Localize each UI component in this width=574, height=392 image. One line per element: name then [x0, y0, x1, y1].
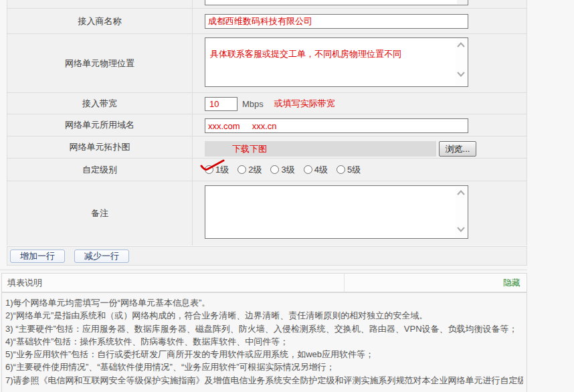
browse-button[interactable]: 浏览... — [439, 141, 476, 157]
hide-notes-link[interactable]: 隐藏 — [503, 277, 520, 289]
level-option-1[interactable]: 1级 — [205, 164, 229, 176]
level-1-label: 1级 — [215, 164, 229, 176]
row-label-cell — [7, 0, 193, 8]
level-4-label: 4级 — [314, 164, 328, 176]
remarks-label: 备注 — [7, 181, 193, 246]
notes-box: 1)每个网络单元均需填写一份“网络单元基本信息表”。 2)“网络单元”是指由系统… — [1, 292, 527, 392]
bandwidth-unit-label: Mbps — [242, 96, 264, 109]
radio-level-3[interactable] — [270, 165, 279, 174]
scrollbar-track[interactable] — [456, 187, 467, 237]
note-line-3: 3) “主要硬件”包括：应用服务器、数据库服务器、磁盘阵列、防火墙、入侵检测系统… — [5, 322, 523, 335]
note-line-4: 4)“基础软件”包括：操作系统软件、防病毒软件、数据库软件、中间件等； — [5, 335, 523, 348]
note-line-6: 6)“主要硬件使用情况”、“基础软件使用情况”、“业务应用软件”可根据实际情况另… — [5, 361, 523, 373]
table-row: 接入商名称 — [7, 9, 527, 34]
level-option-4[interactable]: 4级 — [304, 164, 328, 176]
scrollbar-track[interactable] — [456, 39, 467, 86]
access-provider-label: 接入商名称 — [7, 9, 193, 33]
level-2-label: 2级 — [248, 164, 262, 176]
scroll-down-icon[interactable] — [457, 72, 465, 77]
scroll-up-icon[interactable] — [457, 42, 465, 47]
physical-location-textarea[interactable]: 具体联系客服或提交工单，不同机房物理位置不同 — [205, 37, 468, 87]
partial-textarea-bottom[interactable] — [205, 0, 468, 5]
level-radio-group: 1级 2级 3级 4级 — [205, 159, 527, 181]
scroll-up-icon[interactable] — [457, 190, 465, 195]
table-row: 网络单元物理位置 具体联系客服或提交工单，不同机房物理位置不同 — [7, 34, 527, 93]
level-option-2[interactable]: 2级 — [237, 164, 262, 176]
access-provider-input[interactable] — [205, 14, 468, 29]
note-line-5: 5)“业务应用软件”包括：自行或委托研发厂商所开发的专用软件或应用系统，如web… — [5, 348, 523, 361]
add-row-button[interactable]: 增加一行 — [10, 250, 65, 263]
download-topology-link[interactable]: 下载下图 — [232, 144, 267, 154]
scrollbar-track[interactable] — [457, 0, 467, 4]
bandwidth-input[interactable] — [205, 97, 237, 111]
table-row: 备注 — [7, 181, 527, 246]
self-level-label: 自定级别 — [7, 159, 193, 181]
radio-level-1[interactable] — [205, 165, 213, 174]
network-unit-form-table: 接入商名称 网络单元物理位置 具体联系客服或提交工单，不同机房物理位置不同 接入… — [7, 0, 527, 246]
domain-names-input[interactable] — [205, 118, 468, 133]
level-option-3[interactable]: 3级 — [270, 164, 294, 176]
table-row: 接入带宽 Mbps 或填写实际带宽 — [7, 93, 527, 114]
topology-map-label: 网络单元拓扑图 — [7, 136, 193, 158]
remove-row-button[interactable]: 减少一行 — [74, 250, 129, 263]
note-line-2: 2)“网络单元”是指由系统和（或）网络构成的，符合业务清晰、边界清晰、责任清晰原… — [5, 309, 523, 322]
bandwidth-label: 接入带宽 — [7, 93, 193, 114]
level-5-label: 5级 — [347, 164, 361, 176]
radio-level-4[interactable] — [304, 165, 312, 174]
notes-header-title: 填表说明 — [2, 274, 345, 292]
remarks-textarea[interactable] — [205, 185, 468, 239]
physical-location-value: 具体联系客服或提交工单，不同机房物理位置不同 — [210, 48, 453, 60]
notes-header: 填表说明 隐藏 — [1, 273, 527, 292]
table-row-partial — [7, 0, 527, 9]
bandwidth-hint: 或填写实际带宽 — [274, 94, 335, 110]
topology-upload-field[interactable]: 下载下图 — [205, 141, 436, 157]
radio-level-5[interactable] — [337, 165, 345, 174]
note-line-7: 7)请参照《电信网和互联网安全等级保护实施指南》及增值电信业务系统安全防护定级和… — [5, 374, 523, 387]
section-divider — [0, 270, 527, 270]
level-3-label: 3级 — [281, 164, 294, 176]
network-unit-form-page: 接入商名称 网络单元物理位置 具体联系客服或提交工单，不同机房物理位置不同 接入… — [0, 0, 574, 392]
domain-names-label: 网络单元所用域名 — [7, 114, 193, 136]
table-row: 网络单元所用域名 — [7, 114, 527, 136]
table-row: 自定级别 1级 2级 3级 — [7, 159, 527, 181]
physical-location-label: 网络单元物理位置 — [7, 34, 193, 92]
row-actions-bar: 增加一行 减少一行 — [7, 246, 527, 266]
table-row: 网络单元拓扑图 下载下图 浏览... — [7, 136, 527, 159]
note-line-1: 1)每个网络单元均需填写一份“网络单元基本信息表”。 — [5, 296, 523, 309]
level-option-5[interactable]: 5级 — [337, 164, 361, 176]
radio-level-2[interactable] — [237, 165, 246, 174]
scroll-down-icon[interactable] — [457, 227, 465, 232]
